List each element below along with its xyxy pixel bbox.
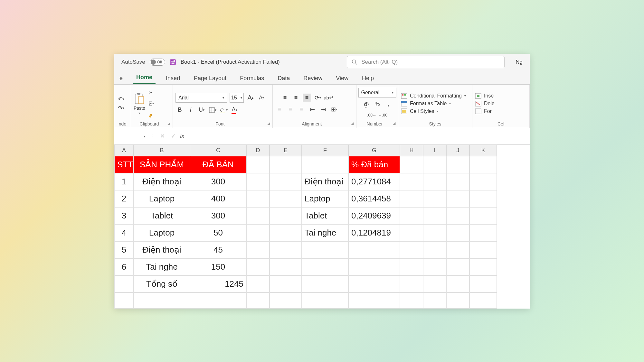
cell-I7[interactable] (423, 258, 446, 275)
cell-e4[interactable] (270, 207, 302, 224)
paste-button[interactable]: Paste ▾ (134, 92, 145, 115)
name-box[interactable]: ▾ (118, 131, 148, 142)
autosave-toggle[interactable]: Off (150, 59, 165, 66)
borders-button[interactable]: ▾ (208, 106, 217, 114)
tab-page-layout[interactable]: Page Layout (191, 72, 230, 84)
cell-total-label[interactable]: Tổng số (134, 275, 190, 292)
cell-db-2[interactable]: 300 (190, 207, 246, 224)
col-header-G[interactable]: G (348, 145, 400, 156)
format-painter-icon[interactable] (147, 110, 156, 119)
cell-I6[interactable] (423, 241, 446, 258)
tab-help[interactable]: Help (359, 72, 377, 84)
cell-pct-name-2[interactable]: Tablet (302, 207, 348, 224)
cell-K2[interactable] (469, 173, 497, 190)
cell-J2[interactable] (446, 173, 469, 190)
cell-I1[interactable] (423, 156, 446, 173)
tab-data[interactable]: Data (274, 72, 293, 84)
cell-e6[interactable] (270, 241, 302, 258)
col-header-B[interactable]: B (134, 145, 190, 156)
col-header-C[interactable]: C (190, 145, 246, 156)
cell-f1[interactable] (302, 156, 348, 173)
cell-H7[interactable] (400, 258, 423, 275)
cell-A9[interactable] (114, 292, 134, 309)
cell-K5[interactable] (469, 224, 497, 241)
cell-sp-3[interactable]: Laptop (134, 224, 190, 241)
tab-file[interactable]: e (116, 72, 126, 84)
cell-sp-5[interactable]: Tai nghe (134, 258, 190, 275)
align-left-icon[interactable]: ≡ (275, 105, 284, 114)
decrease-indent-icon[interactable]: ⇤ (308, 105, 317, 114)
cell-G9[interactable] (348, 292, 400, 309)
col-header-D[interactable]: D (246, 145, 270, 156)
align-top-icon[interactable]: ≡ (281, 94, 289, 102)
cell-d4[interactable] (246, 207, 270, 224)
cell-J8[interactable] (446, 275, 469, 292)
cell-J5[interactable] (446, 224, 469, 241)
wrap-text-icon[interactable]: ab↵ (325, 94, 333, 102)
cell-d7[interactable] (246, 258, 270, 275)
italic-button[interactable]: I (186, 106, 195, 114)
cell-sp-1[interactable]: Laptop (134, 190, 190, 207)
cell-H2[interactable] (400, 173, 423, 190)
currency-icon[interactable]: ₫▾ (362, 100, 371, 108)
cell-g6[interactable] (348, 241, 400, 258)
undo-icon[interactable]: ↶▾ (117, 95, 125, 103)
cell-g8[interactable] (348, 275, 400, 292)
merge-center-icon[interactable]: ⊞▾ (330, 105, 338, 114)
cell-I4[interactable] (423, 207, 446, 224)
cell-J9[interactable] (446, 292, 469, 309)
format-as-table-button[interactable]: Format as Table▾ (401, 101, 451, 107)
cell-pct-name-3[interactable]: Tai nghe (302, 224, 348, 241)
cell-H9[interactable] (400, 292, 423, 309)
cut-icon[interactable]: ✂ (147, 88, 156, 97)
tab-review[interactable]: Review (300, 72, 326, 84)
col-header-J[interactable]: J (446, 145, 469, 156)
cell-db-0[interactable]: 300 (190, 173, 246, 190)
cell-H4[interactable] (400, 207, 423, 224)
cell-db-3[interactable]: 50 (190, 224, 246, 241)
cell-I5[interactable] (423, 224, 446, 241)
decrease-decimal-icon[interactable]: ←.00 (379, 111, 387, 119)
cell-stt-0[interactable]: 1 (114, 173, 134, 190)
save-icon[interactable] (170, 59, 176, 65)
cancel-formula-icon[interactable]: ✕ (158, 132, 166, 140)
tab-formulas[interactable]: Formulas (237, 72, 267, 84)
percent-icon[interactable]: % (373, 100, 382, 108)
cell-K4[interactable] (469, 207, 497, 224)
cell-pct-val-2[interactable]: 0,2409639 (348, 207, 400, 224)
increase-decimal-icon[interactable]: .00→ (368, 111, 376, 119)
cell-pct-val-1[interactable]: 0,3614458 (348, 190, 400, 207)
cell-K7[interactable] (469, 258, 497, 275)
font-name-select[interactable]: Arial▾ (175, 93, 227, 103)
cell-stt-5[interactable]: 6 (114, 258, 134, 275)
cell-e8[interactable] (270, 275, 302, 292)
col-header-E[interactable]: E (270, 145, 302, 156)
cell-K8[interactable] (469, 275, 497, 292)
search-box[interactable]: Search (Alt+Q) (347, 56, 505, 68)
cell-db-1[interactable]: 400 (190, 190, 246, 207)
cell-f6[interactable] (302, 241, 348, 258)
cell-H6[interactable] (400, 241, 423, 258)
cell-K9[interactable] (469, 292, 497, 309)
format-cells-button[interactable]: For (475, 108, 492, 114)
cell-C9[interactable] (190, 292, 246, 309)
cell-I2[interactable] (423, 173, 446, 190)
col-header-H[interactable]: H (400, 145, 423, 156)
tab-view[interactable]: View (333, 72, 352, 84)
cell-J3[interactable] (446, 190, 469, 207)
cell-d6[interactable] (246, 241, 270, 258)
cell-db-4[interactable]: 45 (190, 241, 246, 258)
cell-B9[interactable] (134, 292, 190, 309)
cell-e1[interactable] (270, 156, 302, 173)
bold-button[interactable]: B (175, 106, 184, 114)
cell-d8[interactable] (246, 275, 270, 292)
cell-db-5[interactable]: 150 (190, 258, 246, 275)
header-daban[interactable]: ĐÃ BÁN (190, 156, 246, 173)
header-pct[interactable]: % Đã bán (348, 156, 400, 173)
cell-K6[interactable] (469, 241, 497, 258)
cell-H8[interactable] (400, 275, 423, 292)
font-color-button[interactable]: A▾ (230, 106, 239, 114)
fill-color-button[interactable]: ▾ (219, 106, 228, 114)
cell-styles-button[interactable]: Cell Styles▾ (401, 108, 439, 114)
cell-J4[interactable] (446, 207, 469, 224)
